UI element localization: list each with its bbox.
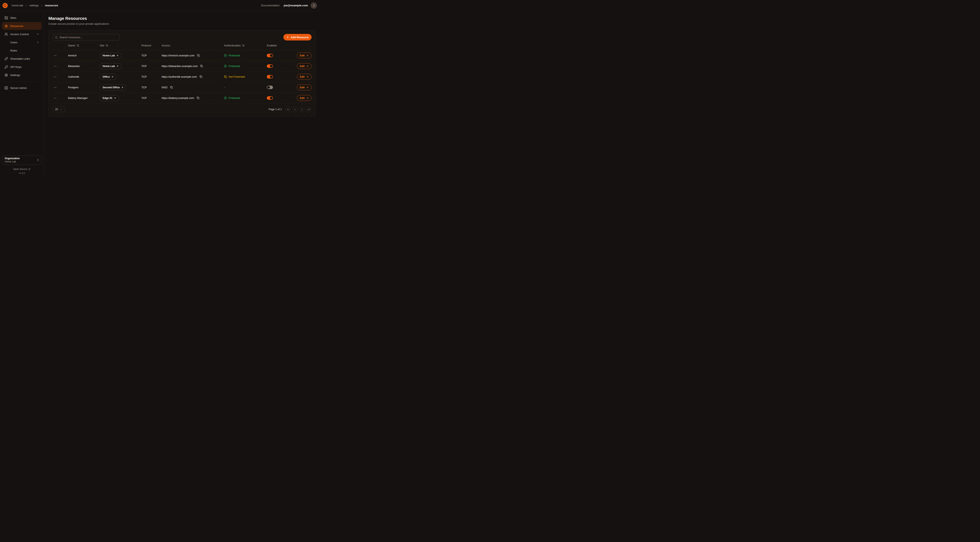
header-authentication: Authentication xyxy=(224,44,267,47)
chevron-right-icon xyxy=(41,4,43,7)
sidebar-item-server-admin[interactable]: Server Admin xyxy=(2,84,42,92)
chevron-right-icon xyxy=(37,41,39,44)
row-menu-button[interactable] xyxy=(53,74,57,79)
copy-button[interactable] xyxy=(170,86,173,89)
open-source-link[interactable]: Open Source xyxy=(2,168,42,170)
arrow-up-right-icon xyxy=(111,76,114,78)
authentication-badge: Protected xyxy=(224,54,240,57)
edit-button[interactable]: Edit xyxy=(297,84,312,90)
open-source-label: Open Source xyxy=(13,168,27,170)
edit-button[interactable]: Edit xyxy=(297,53,312,59)
site-link-button[interactable]: Office xyxy=(100,74,116,80)
chevron-left-icon xyxy=(294,108,296,111)
site-link-button[interactable]: Second Office xyxy=(100,84,126,91)
edit-button-label: Edit xyxy=(300,97,305,99)
toggle-knob xyxy=(270,75,272,78)
chevron-down-icon xyxy=(60,108,62,110)
header-name: Name xyxy=(68,44,100,47)
table-row: Bitwarden Home Lab TCP https://bitwarden… xyxy=(53,61,312,72)
copy-button[interactable] xyxy=(196,96,200,100)
page-title: Manage Resources xyxy=(48,16,316,21)
breadcrumb-org[interactable]: home-lab xyxy=(12,4,23,7)
sidebar-item-roles[interactable]: Roles xyxy=(2,46,42,54)
sidebar-item-api-keys[interactable]: API Keys xyxy=(2,63,42,71)
header-site: Site xyxy=(100,44,142,47)
copy-button[interactable] xyxy=(200,64,203,68)
page-size-select[interactable]: 20 xyxy=(53,107,65,112)
table-row: Immich Home Lab TCP https://immich.examp… xyxy=(53,50,312,61)
table-row: Postgres Second Office TCP 5432 - xyxy=(53,82,312,93)
shield-off-icon xyxy=(224,75,227,78)
enabled-toggle[interactable] xyxy=(267,96,273,100)
copy-button[interactable] xyxy=(197,54,200,57)
edit-button[interactable]: Edit xyxy=(297,74,312,80)
row-menu-button[interactable] xyxy=(53,85,57,90)
sidebar-item-settings[interactable]: Settings xyxy=(2,71,42,79)
enabled-toggle[interactable] xyxy=(267,64,273,68)
site-name: Edge 01 xyxy=(103,97,112,99)
add-resource-label: Add Resource xyxy=(291,36,309,39)
breadcrumb-current-page: resources xyxy=(45,4,58,7)
sort-icon[interactable] xyxy=(242,44,245,47)
arrow-up-right-icon xyxy=(116,65,119,67)
sidebar-item-label: Users xyxy=(10,41,18,44)
toggle-knob xyxy=(270,54,272,57)
last-page-button[interactable] xyxy=(306,107,312,112)
resource-name: Bitwarden xyxy=(68,65,80,68)
edit-button[interactable]: Edit xyxy=(297,95,312,101)
edit-button[interactable]: Edit xyxy=(297,63,312,69)
toggle-knob xyxy=(270,65,272,67)
authentication-badge: Not Protected xyxy=(224,75,245,78)
copy-button[interactable] xyxy=(199,75,203,78)
sidebar-item-resources[interactable]: Resources xyxy=(2,22,42,30)
sidebar-item-sites[interactable]: Sites xyxy=(2,14,42,22)
arrow-right-icon xyxy=(306,65,309,67)
organization-value: Home Lab xyxy=(5,160,20,163)
enabled-toggle[interactable] xyxy=(267,86,273,89)
enabled-toggle[interactable] xyxy=(267,54,273,57)
authentication-label: - xyxy=(224,86,225,89)
sidebar-item-shareable-links[interactable]: Shareable Links xyxy=(2,55,42,62)
search-input[interactable] xyxy=(59,36,118,39)
site-link-button[interactable]: Edge 01 xyxy=(100,95,119,101)
sort-icon[interactable] xyxy=(76,44,79,47)
first-page-button[interactable] xyxy=(285,107,291,112)
sidebar-item-label: API Keys xyxy=(10,65,22,69)
authentication-badge: Protected xyxy=(224,65,240,68)
sort-icon[interactable] xyxy=(106,44,108,47)
resource-name: Postgres xyxy=(68,86,78,89)
row-menu-button[interactable] xyxy=(53,53,57,58)
user-avatar[interactable]: J xyxy=(311,2,317,9)
organization-selector[interactable]: Organization Home Lab xyxy=(2,156,42,165)
sidebar-item-access-control[interactable]: Access Control xyxy=(2,30,42,38)
arrow-right-icon xyxy=(306,54,309,57)
row-menu-button[interactable] xyxy=(53,96,57,100)
documentation-link[interactable]: Documentation xyxy=(261,4,280,7)
chevrons-up-down-icon xyxy=(37,159,40,161)
page-info: Page 1 of 1 xyxy=(269,108,282,111)
site-name: Home Lab xyxy=(103,65,115,68)
sidebar-item-label: Resources xyxy=(10,24,24,27)
authentication-label: Protected xyxy=(229,54,240,57)
arrow-right-icon xyxy=(306,97,309,99)
add-resource-button[interactable]: Add Resource xyxy=(283,34,312,40)
user-email[interactable]: joe@example.com xyxy=(284,4,308,7)
ellipsis-icon xyxy=(54,54,57,57)
resource-protocol: TCP xyxy=(142,96,147,99)
enabled-toggle[interactable] xyxy=(267,75,273,78)
organization-label: Organization xyxy=(5,157,20,160)
toggle-knob xyxy=(270,97,272,99)
breadcrumb-settings[interactable]: settings xyxy=(29,4,39,7)
sidebar-item-label: Sites xyxy=(10,16,16,19)
site-link-button[interactable]: Home Lab xyxy=(100,53,122,59)
next-page-button[interactable] xyxy=(299,107,305,112)
edit-button-label: Edit xyxy=(300,65,305,68)
previous-page-button[interactable] xyxy=(292,107,298,112)
sidebar-item-users[interactable]: Users xyxy=(2,38,42,46)
arrow-up-right-icon xyxy=(114,97,116,99)
chevron-right-icon xyxy=(25,4,27,7)
site-link-button[interactable]: Home Lab xyxy=(100,63,122,69)
key-icon xyxy=(5,65,8,69)
row-menu-button[interactable] xyxy=(53,64,57,69)
site-name: Office xyxy=(103,75,110,78)
